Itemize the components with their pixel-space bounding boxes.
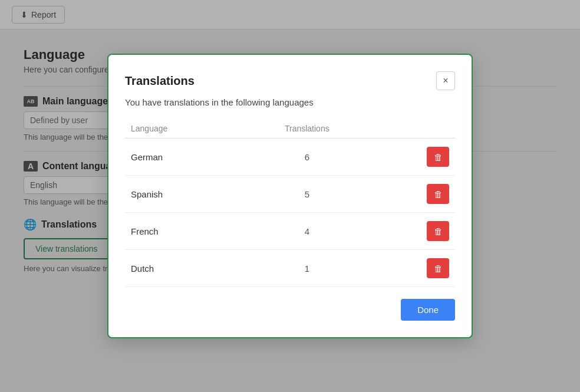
modal-close-button[interactable]: × [436, 71, 455, 90]
modal-subtitle: You have translations in the following l… [125, 97, 455, 107]
action-cell: 🗑 [374, 213, 455, 250]
action-cell: 🗑 [374, 176, 455, 213]
language-cell: French [125, 213, 240, 250]
count-cell: 1 [240, 250, 374, 287]
table-row: German6🗑 [125, 139, 455, 176]
modal-header: Translations × [125, 71, 455, 90]
delete-button[interactable]: 🗑 [427, 184, 449, 204]
table-row: Spanish5🗑 [125, 176, 455, 213]
translations-modal: Translations × You have translations in … [107, 54, 473, 338]
done-button[interactable]: Done [401, 299, 455, 321]
delete-button[interactable]: 🗑 [427, 147, 449, 167]
delete-button[interactable]: 🗑 [427, 221, 449, 241]
action-cell: 🗑 [374, 139, 455, 176]
language-cell: Dutch [125, 250, 240, 287]
modal-overlay: Translations × You have translations in … [0, 0, 580, 392]
table-row: Dutch1🗑 [125, 250, 455, 287]
count-cell: 4 [240, 213, 374, 250]
action-cell: 🗑 [374, 250, 455, 287]
translations-table: Language Translations German6🗑Spanish5🗑F… [125, 119, 455, 287]
delete-button[interactable]: 🗑 [427, 258, 449, 278]
col-header-actions [374, 119, 455, 139]
language-cell: Spanish [125, 176, 240, 213]
count-cell: 6 [240, 139, 374, 176]
col-header-language: Language [125, 119, 240, 139]
modal-title: Translations [125, 74, 195, 88]
language-cell: German [125, 139, 240, 176]
count-cell: 5 [240, 176, 374, 213]
col-header-translations: Translations [240, 119, 374, 139]
modal-footer: Done [125, 299, 455, 321]
table-row: French4🗑 [125, 213, 455, 250]
